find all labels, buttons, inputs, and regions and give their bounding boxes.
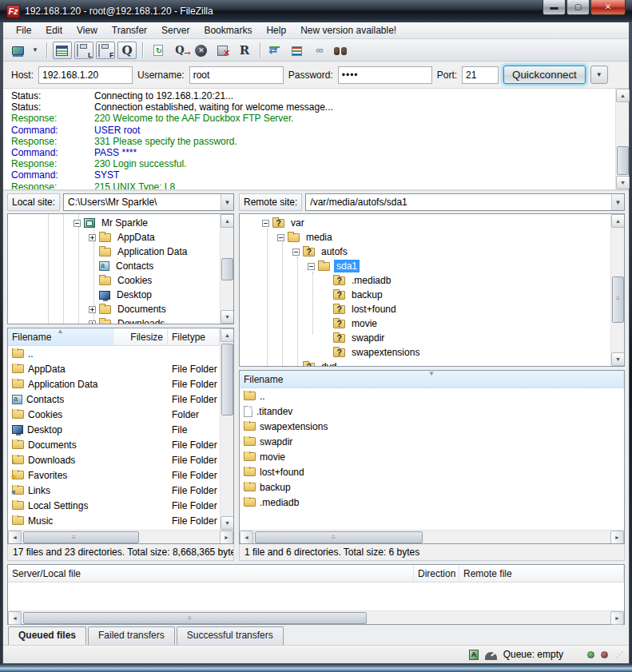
column-header-filesize[interactable]: Filesize: [113, 328, 168, 345]
toggle-message-log-button[interactable]: [53, 42, 72, 59]
toggle-remote-tree-button[interactable]: F: [96, 42, 115, 59]
minimize-button[interactable]: ▬: [543, 0, 566, 15]
collapse-icon[interactable]: [308, 263, 315, 270]
scroll-right-icon[interactable]: ►: [220, 531, 233, 544]
file-row[interactable]: MusicFile Folder: [8, 513, 220, 528]
tree-item[interactable]: Documents: [8, 302, 220, 316]
menu-server[interactable]: Server: [155, 23, 196, 38]
collapse-icon[interactable]: [74, 220, 81, 227]
reconnect-button[interactable]: R: [235, 42, 254, 59]
tree-item[interactable]: Mr Sparkle: [8, 216, 220, 230]
username-input[interactable]: [189, 66, 284, 84]
scroll-up-icon[interactable]: ▲: [221, 328, 233, 342]
file-row[interactable]: swapextensions: [240, 419, 624, 434]
chevron-down-icon[interactable]: ▼: [221, 194, 233, 210]
tree-item[interactable]: movie: [240, 316, 610, 331]
scroll-right-icon[interactable]: ►: [610, 531, 624, 544]
tree-item[interactable]: Cookies: [8, 273, 220, 288]
column-header-direction[interactable]: Direction: [414, 565, 459, 582]
file-row[interactable]: ◂LinksFile Folder: [8, 483, 220, 498]
file-row[interactable]: DesktopFile: [8, 422, 220, 437]
tab-successful-transfers[interactable]: Successful transfers: [177, 626, 284, 645]
file-row[interactable]: ..: [8, 346, 220, 361]
quickconnect-button[interactable]: Quickconnect: [503, 66, 586, 84]
maximize-button[interactable]: ▢: [566, 0, 590, 15]
directory-comparison-button[interactable]: [288, 42, 307, 59]
quickconnect-dropdown[interactable]: ▼: [590, 66, 608, 84]
collapse-icon[interactable]: [277, 234, 284, 241]
local-site-combo[interactable]: C:\Users\Mr Sparkle\ ▼: [63, 193, 234, 211]
scroll-down-icon[interactable]: ▼: [616, 176, 630, 189]
file-row[interactable]: ContactsFile Folder: [8, 392, 220, 407]
file-row[interactable]: swapdir: [240, 434, 624, 449]
remote-site-combo[interactable]: /var/media/autofs/sda1 ▼: [305, 193, 625, 211]
file-row[interactable]: DocumentsFile Folder: [8, 437, 220, 452]
column-header-remote-file[interactable]: Remote file: [459, 565, 624, 582]
scroll-up-icon[interactable]: ▲: [611, 214, 625, 228]
resize-grip[interactable]: ⋰: [616, 650, 624, 658]
scroll-left-icon[interactable]: ◄: [240, 531, 253, 544]
titlebar[interactable]: Fz 192.168.1.20 - root@192.168.1.20 - Fi…: [0, 0, 632, 22]
collapse-icon[interactable]: [292, 249, 300, 256]
refresh-button[interactable]: ↻: [149, 42, 168, 59]
tree-item[interactable]: ↓Downloads: [8, 316, 220, 324]
site-manager-dropdown[interactable]: ▼: [30, 46, 41, 54]
file-row[interactable]: backup: [240, 479, 624, 495]
close-button[interactable]: ✕: [590, 0, 626, 15]
tab-queued-files[interactable]: Queued files: [8, 626, 86, 645]
tree-item[interactable]: lost+found: [240, 302, 610, 316]
file-row[interactable]: .titandev: [240, 404, 624, 419]
cancel-button[interactable]: ✕: [192, 42, 211, 59]
scroll-right-icon[interactable]: ►: [610, 611, 624, 625]
file-row[interactable]: ★FavoritesFile Folder: [8, 467, 220, 483]
scroll-up-icon[interactable]: ▲: [221, 214, 234, 228]
tree-item[interactable]: swapdir: [240, 331, 610, 345]
port-input[interactable]: [462, 66, 499, 84]
chevron-down-icon[interactable]: ▼: [611, 194, 624, 210]
scroll-down-icon[interactable]: ▼: [221, 516, 233, 530]
tree-item[interactable]: media: [240, 230, 610, 245]
scroll-down-icon[interactable]: ▼: [611, 352, 625, 366]
local-list-scrollbar[interactable]: ▲ ▼: [220, 328, 233, 530]
scroll-left-icon[interactable]: ◄: [8, 611, 22, 625]
remote-list-hscrollbar[interactable]: ◄ ► ≡: [240, 530, 624, 543]
file-row[interactable]: ..: [240, 388, 624, 404]
file-row[interactable]: .mediadb: [240, 495, 624, 510]
remote-tree-scrollbar[interactable]: ▲ ▼ ≡: [610, 214, 624, 366]
tree-item[interactable]: sda1: [240, 259, 610, 273]
find-files-button[interactable]: [331, 42, 350, 59]
tree-item[interactable]: backup: [240, 288, 610, 302]
toggle-local-tree-button[interactable]: L: [74, 42, 93, 59]
file-row[interactable]: CookiesFolder: [8, 407, 220, 422]
menu-view[interactable]: View: [70, 23, 104, 38]
menu-help[interactable]: Help: [260, 23, 292, 38]
scroll-up-icon[interactable]: ▲: [616, 89, 630, 102]
menu-new-version[interactable]: New version available!: [294, 23, 403, 38]
queue-hscrollbar[interactable]: ◄ ► ≡: [8, 610, 624, 624]
tree-item[interactable]: Desktop: [8, 288, 220, 302]
scroll-down-icon[interactable]: ▼: [221, 310, 234, 324]
process-queue-button[interactable]: Q: [170, 42, 189, 59]
tree-item[interactable]: autofs: [240, 245, 610, 259]
column-header-filetype[interactable]: Filetype: [168, 328, 220, 345]
tree-item[interactable]: var: [240, 216, 610, 230]
column-header-server-local-file[interactable]: Server/Local file: [8, 565, 414, 582]
tree-item[interactable]: Contacts: [8, 259, 220, 273]
file-row[interactable]: Application DataFile Folder: [8, 376, 220, 392]
tree-item[interactable]: swapextensions: [240, 345, 610, 360]
tree-item[interactable]: dvd: [240, 360, 610, 366]
file-row[interactable]: lost+found: [240, 464, 624, 479]
host-input[interactable]: [38, 66, 133, 84]
synchronized-browsing-button[interactable]: ⇄: [266, 42, 285, 59]
password-input[interactable]: [338, 66, 432, 84]
file-row[interactable]: AppDataFile Folder: [8, 361, 220, 376]
scroll-left-icon[interactable]: ◄: [8, 531, 22, 544]
expand-icon[interactable]: [89, 320, 96, 324]
expand-icon[interactable]: [89, 234, 96, 241]
filter-button[interactable]: ∞: [309, 42, 328, 59]
tree-item[interactable]: Application Data: [8, 245, 220, 259]
file-row[interactable]: ↓DownloadsFile Folder: [8, 452, 220, 467]
menu-transfer[interactable]: Transfer: [105, 23, 153, 38]
collapse-icon[interactable]: [262, 220, 269, 227]
column-header-filename[interactable]: ▼Filename: [240, 371, 624, 388]
